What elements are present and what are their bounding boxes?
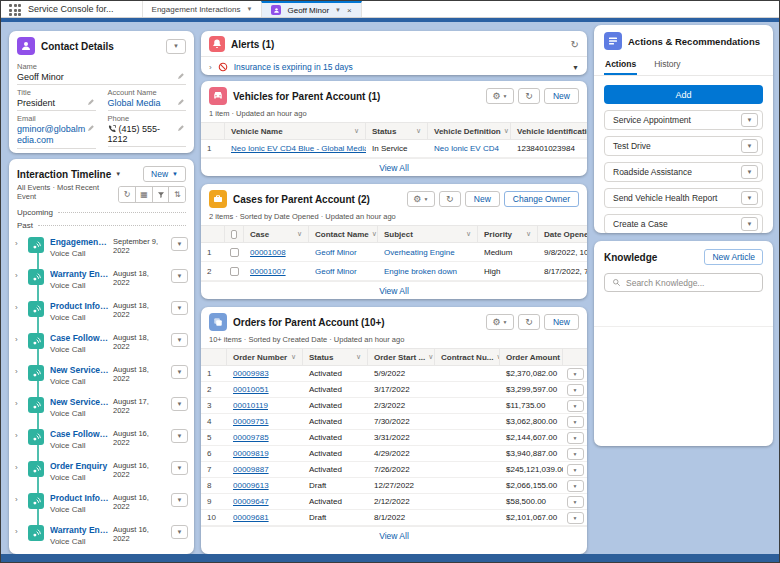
expand-chevron-icon[interactable]: › (15, 527, 24, 536)
order-number-link[interactable]: 00009983 (233, 369, 269, 378)
edit-icon[interactable] (87, 124, 96, 134)
view-all-link[interactable]: View All (201, 281, 587, 299)
row-actions-button[interactable]: ▼ (171, 333, 188, 347)
expand-chevron-icon[interactable]: › (209, 63, 212, 72)
action-item[interactable]: Service Appointment ▼ (604, 110, 763, 130)
chevron-down-icon[interactable]: ▼ (741, 113, 758, 127)
chevron-down-icon[interactable]: ▼ (335, 7, 341, 13)
timeline-item-title[interactable]: EngagementInterac... (50, 237, 109, 247)
order-number-link[interactable]: 00010051 (233, 385, 269, 394)
action-item[interactable]: Create a Case ▼ (604, 214, 763, 233)
chevron-down-icon[interactable]: ▼ (741, 165, 758, 179)
vehicle-name-link[interactable]: Neo Ionic EV CD4 Blue - Global Media (231, 144, 366, 153)
refresh-icon[interactable]: ↻ (119, 187, 136, 202)
row-actions-button[interactable]: ▼ (171, 525, 188, 539)
case-number-link[interactable]: 00001007 (250, 267, 286, 276)
timeline-section-past[interactable]: Past (9, 219, 194, 232)
chevron-down-icon[interactable]: ▼ (741, 217, 758, 231)
order-number-link[interactable]: 00009751 (233, 417, 269, 426)
row-checkbox[interactable] (230, 248, 239, 257)
chevron-down-icon[interactable]: ▼ (572, 64, 579, 71)
order-number-link[interactable]: 00009819 (233, 449, 269, 458)
row-actions-button[interactable]: ▼ (567, 432, 584, 444)
timeline-item-title[interactable]: Case Follow-up (50, 429, 109, 439)
refresh-icon[interactable]: ↻ (571, 39, 579, 50)
row-actions-button[interactable]: ▼ (171, 237, 188, 251)
edit-icon[interactable] (87, 98, 96, 108)
column-header-order-start[interactable]: Order Start ...∨ (368, 349, 435, 366)
change-owner-button[interactable]: Change Owner (504, 191, 579, 207)
column-header-priority[interactable]: Priority∨ (478, 226, 538, 243)
expand-chevron-icon[interactable]: › (15, 303, 24, 312)
select-all-checkbox[interactable] (225, 226, 244, 243)
tab-engagement-interactions[interactable]: Engagement Interactions ▼ (142, 1, 262, 17)
row-actions-button[interactable]: ▼ (171, 269, 188, 283)
chevron-down-icon[interactable]: ▼ (115, 171, 121, 177)
refresh-button[interactable]: ↻ (518, 88, 540, 104)
tab-history[interactable]: History (653, 56, 681, 75)
expand-chevron-icon[interactable]: › (15, 271, 24, 280)
order-number-link[interactable]: 00009647 (233, 497, 269, 506)
list-settings-button[interactable]: ⚙▼ (486, 314, 514, 330)
case-contact-link[interactable]: Geoff Minor (315, 267, 357, 276)
tab-actions[interactable]: Actions (604, 56, 637, 75)
case-subject-link[interactable]: Overheating Engine (384, 248, 455, 257)
timeline-item-title[interactable]: Warranty Enquiry (50, 269, 109, 279)
column-header-contact-name[interactable]: Contact Name∨ (309, 226, 378, 243)
expand-chevron-icon[interactable]: › (15, 463, 24, 472)
row-actions-button[interactable]: ▼ (171, 397, 188, 411)
timeline-item-title[interactable]: Product Information (50, 301, 109, 311)
timeline-new-button[interactable]: New▼ (143, 166, 186, 182)
calendar-grid-icon[interactable]: ▦ (135, 187, 152, 202)
list-settings-button[interactable]: ⚙▼ (407, 191, 435, 207)
column-header-order-number[interactable]: Order Number∨ (227, 349, 303, 366)
filter-icon[interactable] (152, 187, 169, 202)
row-actions-button[interactable]: ▼ (171, 429, 188, 443)
order-number-link[interactable]: 00009785 (233, 433, 269, 442)
order-number-link[interactable]: 00009613 (233, 481, 269, 490)
edit-icon[interactable] (177, 124, 186, 134)
row-actions-button[interactable]: ▼ (567, 448, 584, 460)
expand-chevron-icon[interactable]: › (15, 431, 24, 440)
timeline-item-title[interactable]: Order Enquiry (50, 461, 109, 471)
alert-text-link[interactable]: Insurance is expiring in 15 days (234, 62, 353, 72)
edit-icon[interactable] (177, 72, 186, 82)
close-icon[interactable]: × (347, 6, 352, 15)
action-item[interactable]: Roadside Assistance ▼ (604, 162, 763, 182)
row-actions-button[interactable]: ▼ (567, 496, 584, 508)
cases-new-button[interactable]: New (465, 191, 500, 207)
case-subject-link[interactable]: Engine broken down (384, 267, 457, 276)
knowledge-search-input[interactable] (626, 278, 755, 288)
case-number-link[interactable]: 00001008 (250, 248, 286, 257)
list-settings-button[interactable]: ⚙▼ (486, 88, 514, 104)
column-header-contract-number[interactable]: Contract Nu...∨ (435, 349, 500, 366)
chevron-down-icon[interactable]: ▼ (247, 6, 253, 12)
account-link[interactable]: Global Media (108, 98, 161, 108)
column-header-status[interactable]: Status∨ (366, 123, 428, 140)
column-header-date-opened[interactable]: Date Opened↓ (538, 226, 587, 243)
order-number-link[interactable]: 00010119 (233, 401, 268, 410)
orders-new-button[interactable]: New (544, 314, 579, 330)
column-header-vehicle-name[interactable]: Vehicle Name∨ (225, 123, 366, 140)
view-all-link[interactable]: View All (201, 158, 587, 176)
column-header-status[interactable]: Status∨ (303, 349, 368, 366)
sort-icon[interactable]: ⇅ (168, 187, 185, 202)
app-launcher-icon[interactable] (9, 4, 21, 16)
row-actions-button[interactable]: ▼ (171, 493, 188, 507)
row-actions-button[interactable]: ▼ (567, 384, 584, 396)
row-actions-button[interactable]: ▼ (567, 512, 584, 524)
refresh-button[interactable]: ↻ (439, 191, 461, 207)
timeline-item-title[interactable]: New Service Request (50, 365, 109, 375)
timeline-item-title[interactable]: Warranty Enquiry (50, 525, 109, 535)
card-menu-button[interactable]: ▼ (166, 39, 186, 54)
timeline-item-title[interactable]: Product Information (50, 493, 109, 503)
chevron-down-icon[interactable]: ▼ (741, 191, 758, 205)
action-item[interactable]: Test Drive ▼ (604, 136, 763, 156)
row-actions-button[interactable]: ▼ (567, 416, 584, 428)
expand-chevron-icon[interactable]: › (15, 495, 24, 504)
column-header-order-amount[interactable]: Order Amount∨ (500, 349, 563, 366)
timeline-section-upcoming[interactable]: Upcoming (9, 206, 194, 219)
row-actions-button[interactable]: ▼ (171, 301, 188, 315)
order-number-link[interactable]: 00009887 (233, 465, 269, 474)
expand-chevron-icon[interactable]: › (15, 367, 24, 376)
